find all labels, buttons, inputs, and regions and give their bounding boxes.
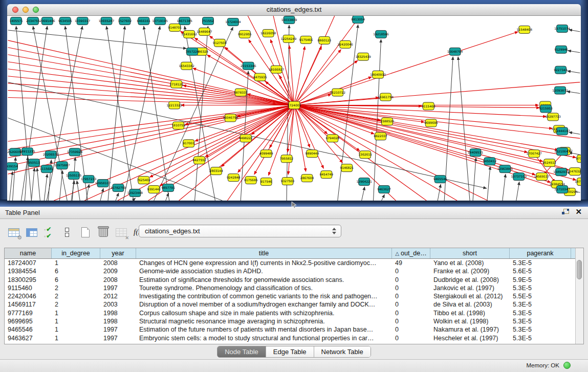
graph-node[interactable]: 9699695 [424, 119, 438, 127]
column-header-year[interactable]: year [100, 248, 136, 258]
column-header-out_de[interactable]: △out_de… [392, 248, 430, 258]
graph-node[interactable]: 1115681 [40, 165, 54, 173]
show-columns-button[interactable] [25, 226, 39, 239]
column-header-name[interactable]: name [5, 248, 52, 258]
graph-node[interactable]: 20153346 [241, 62, 256, 70]
tab-edge-table[interactable]: Edge Table [266, 346, 314, 357]
new-column-button[interactable] [79, 226, 93, 239]
graph-node[interactable]: 16210722 [330, 89, 346, 96]
graph-node[interactable]: 22420046 [338, 40, 354, 48]
graph-node[interactable]: 9242848 [227, 174, 241, 182]
graph-node[interactable]: 6466161 [137, 17, 151, 25]
graph-node[interactable]: 1810755 [171, 122, 185, 129]
graph-node[interactable]: 16782759 [111, 184, 126, 192]
graph-node[interactable]: 9146821 [340, 164, 354, 172]
graph-node[interactable]: 9391442 [147, 186, 161, 193]
graph-node[interactable]: 2867608 [300, 174, 314, 182]
graph-node[interactable]: 17957233 [81, 176, 97, 183]
graph-node[interactable]: 12254249 [281, 35, 297, 42]
graph-node[interactable]: 2034755 [26, 17, 40, 25]
table-row[interactable]: 911546021997Tourette syndrome. Phenomeno… [5, 284, 575, 292]
graph-node[interactable]: 12476321 [567, 168, 581, 176]
graph-node[interactable]: 11548408 [517, 26, 533, 33]
table-mode-button[interactable]: ⚙ [7, 226, 21, 239]
graph-node[interactable]: 18640910 [370, 71, 386, 78]
close-panel-icon[interactable]: ✕ [575, 208, 582, 215]
graph-node[interactable]: 17067427 [527, 150, 542, 158]
graph-node[interactable]: 8912955 [238, 30, 252, 38]
graph-node[interactable]: 9175466 [299, 36, 313, 43]
graph-node[interactable]: 9777169 [576, 155, 581, 163]
graph-node[interactable]: 16648794 [447, 48, 463, 55]
graph-node[interactable]: 9465546 [433, 176, 447, 183]
graph-node[interactable]: 18724007 [575, 178, 581, 186]
clear-selection-button[interactable] [61, 226, 75, 239]
graph-node[interactable]: 9524512 [542, 159, 556, 167]
graph-node[interactable]: 10655287 [99, 17, 115, 25]
table-row[interactable]: 977716911998Corpus callosum shape and si… [5, 309, 575, 317]
graph-node[interactable]: 939154 [7, 163, 18, 170]
graph-node[interactable]: 15724004 [225, 18, 241, 26]
graph-node[interactable]: 917003 [183, 140, 194, 147]
graph-node[interactable]: 2803144 [209, 167, 223, 175]
graph-node[interactable]: 16543382 [179, 62, 194, 70]
graph-node[interactable]: 2718120 [169, 80, 183, 88]
graph-node[interactable]: 12964221 [356, 178, 372, 186]
graph-node[interactable]: 12710347 [554, 186, 570, 193]
graph-node[interactable]: 8822037 [374, 133, 387, 140]
graph-node[interactable]: 8175685 [244, 177, 258, 184]
graph-node[interactable]: 9427552 [192, 157, 206, 164]
table-row[interactable]: 1830029562008Estimation of significance … [5, 276, 575, 284]
graph-node[interactable]: 9327503 [281, 178, 295, 185]
graph-node[interactable]: 9634505 [58, 17, 72, 25]
graph-node[interactable]: 1588520 [380, 118, 394, 125]
graph-node[interactable]: 16961758 [378, 93, 394, 101]
graph-node[interactable]: 12923448 [127, 189, 143, 197]
graph-node[interactable]: 9127503 [213, 39, 227, 47]
table-row[interactable]: 1872400712008Changes of HCN gene express… [5, 259, 575, 267]
graph-node[interactable]: 8878337 [234, 89, 248, 96]
graph-node[interactable]: 18226058 [260, 29, 276, 37]
graph-node[interactable]: 9450412 [483, 158, 497, 165]
table-selector[interactable]: citations_edges.txt [139, 225, 341, 237]
graph-node[interactable]: 751552 [202, 17, 214, 25]
graph-node[interactable]: 10390317 [75, 17, 91, 25]
graph-node[interactable]: 10737103 [511, 173, 527, 181]
column-header-pagerank[interactable]: pagerank [510, 248, 571, 258]
scrollbar-thumb[interactable] [577, 260, 582, 279]
graph-node[interactable]: 12093872 [552, 86, 568, 94]
graph-node[interactable]: 12963845 [497, 165, 513, 173]
graph-node[interactable]: 9463627 [377, 186, 391, 193]
graph-node[interactable]: 16033809 [281, 16, 297, 24]
graph-node[interactable]: 12444197 [554, 127, 570, 135]
graph-node[interactable]: 14671385 [177, 17, 192, 25]
graph-node[interactable]: 8860123 [318, 36, 332, 44]
graph-node[interactable]: 9227343 [554, 66, 568, 74]
graph-node[interactable]: 9148701 [168, 24, 182, 31]
graph-node[interactable]: 6794028 [325, 135, 339, 142]
table-row[interactable]: 969969511998Structural magnetic resonanc… [5, 317, 575, 325]
delete-column-button[interactable] [97, 226, 111, 239]
graph-node[interactable]: 12213323 [166, 101, 182, 109]
graph-node[interactable]: 17359924 [67, 148, 83, 156]
graph-node[interactable]: 1724007 [288, 101, 301, 109]
float-window-icon[interactable] [562, 209, 569, 215]
tab-node-table[interactable]: Node Table [217, 346, 266, 357]
graph-node[interactable]: 18911235 [19, 148, 35, 156]
graph-node[interactable]: 9857791 [161, 184, 175, 192]
graph-node[interactable]: 10958107 [95, 180, 111, 187]
graph-node[interactable]: 917546 [260, 178, 272, 186]
tab-network-table[interactable]: Network Table [314, 346, 371, 357]
graph-node[interactable]: 15892931 [553, 168, 569, 176]
graph-node[interactable]: 7625402 [137, 177, 151, 184]
graph-node[interactable]: 8813054 [351, 16, 365, 23]
memory-status-icon[interactable] [563, 362, 571, 369]
graph-node[interactable]: 9129946 [554, 46, 568, 53]
graph-node[interactable]: 18409531 [468, 149, 484, 157]
graph-node[interactable]: 11431692 [181, 30, 197, 38]
graph-node[interactable]: 9890448 [306, 150, 319, 158]
graph-node[interactable]: 4099489 [259, 150, 273, 158]
graph-node[interactable]: 15489647 [197, 28, 212, 35]
network-canvas[interactable]: 1724007122542491822605889129559127503818… [7, 16, 581, 201]
column-header-in_degree[interactable]: in_degree [52, 248, 100, 258]
